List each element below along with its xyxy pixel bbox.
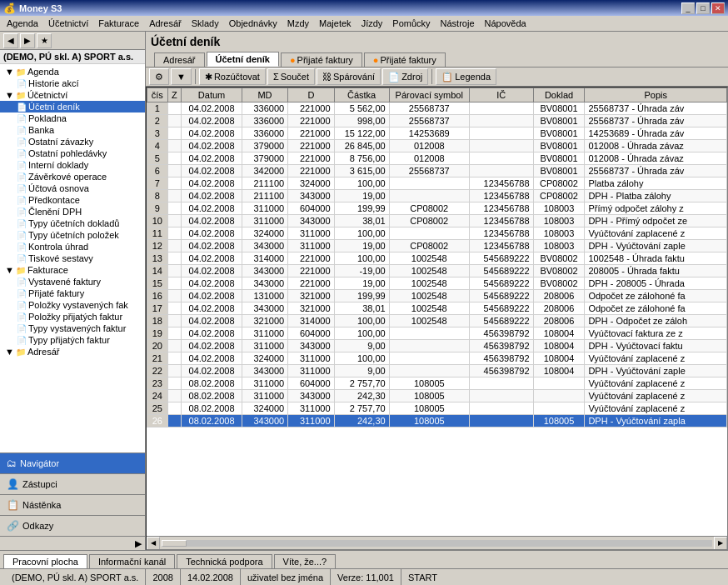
tree-item-typy-uct-dokladu[interactable]: 📄 Typy účetních dokladů [0,218,145,229]
table-cell: DPH - Odpočet ze záloh [585,315,727,328]
horizontal-scrollbar[interactable]: ◀ ▶ [147,536,727,549]
table-row[interactable]: 1004.02.200831100034300038,01CP080021234… [147,215,727,228]
table-row[interactable]: 2004.02.20083110003430009,00456398792108… [147,340,727,352]
menu-item-adres[interactable]: Adresář [144,18,187,29]
table-row[interactable]: 1404.02.2008343000221000-19,001002548545… [147,265,727,278]
table-cell: Vyúčtování zaplacené z [585,228,727,240]
table-row[interactable]: 2204.02.20083430003110009,00456398792108… [147,365,727,378]
tree-item-adresar[interactable]: ▼ 📁 Adresář [0,346,145,358]
tree-item-zaverk-operace[interactable]: 📄 Závěrkové operace [0,171,145,182]
tree-item-cleneni-dph[interactable]: 📄 Členění DPH [0,206,145,218]
tree-item-typy-vystf[interactable]: 📄 Typy vystavených faktur [0,322,145,334]
sidebar-btn-1[interactable]: ◀ [3,33,18,48]
table-cell [533,390,585,402]
tree-item-polozky-prijf[interactable]: 📄 Položky přijatých faktur [0,311,145,322]
table-row[interactable]: 2608.02.2008343000311000242,301080051080… [147,415,727,428]
table-row[interactable]: 2104.02.2008324000311000100,004563987921… [147,352,727,365]
tab-prijate-faktury2[interactable]: ●Přijaté faktury [364,52,446,67]
tree-item-predkontace[interactable]: 📄 Předkontace [0,194,145,206]
menu-item-agenda[interactable]: Agenda [2,18,43,29]
table-row[interactable]: 704.02.2008211100324000100,00123456788CP… [147,178,727,190]
menu-item-mzdy[interactable]: Mzdy [282,18,314,29]
menu-item-majetek[interactable]: Majetek [314,18,357,29]
table-row[interactable]: 2308.02.20083110006040002 757,70108005Vy… [147,378,727,390]
tree-item-fakturace[interactable]: ▼ 📁 Fakturace [0,264,145,276]
table-row[interactable]: 2508.02.20083240003110002 757,70108005Vy… [147,402,727,415]
tree-item-kontrola-uhrad[interactable]: 📄 Kontrola úhrad [0,241,145,252]
table-row[interactable]: 1304.02.2008314000221000100,001002548545… [147,252,727,265]
tree-item-ostatni-pohledavky[interactable]: 📄 Ostatní pohledávky [0,148,145,159]
tab-prijate-faktury1[interactable]: ●Přijaté faktury [281,52,362,67]
menu-item-fakturace[interactable]: Fakturace [93,18,144,29]
nav-btn-odkazy[interactable]: 🔗Odkazy [0,516,145,537]
tab-adresar[interactable]: Adresář [154,52,205,67]
table-row[interactable]: 1604.02.2008131000321000199,991002548545… [147,290,727,302]
tree-item-ostatni-zavazky[interactable]: 📄 Ostatní závazky [0,136,145,148]
tree-item-uctova-osnova[interactable]: 📄 Účtová osnova [0,182,145,194]
title-bar: 💰 Money S3 _ □ ✕ [0,0,728,16]
table-row[interactable]: 1704.02.200834300032100038,0110025485456… [147,302,727,315]
bottom-tab-pracovni[interactable]: Pracovní plocha [3,554,87,568]
sidebar-btn-2[interactable]: ▶ [20,33,35,48]
soucet-button[interactable]: Σ Součet [267,68,315,85]
table-row[interactable]: 604.02.20083420002210003 615,0025568737B… [147,165,727,178]
scroll-left-btn[interactable]: ◀ [147,537,160,550]
zdroj-button[interactable]: 📄 Zdroj [382,68,428,85]
nav-btn-zastupci[interactable]: 👤Zástupci [0,474,145,495]
sparovani-button[interactable]: ⛓ Spárování [317,68,381,85]
tree-item-interni-doklady[interactable]: 📄 Interní doklady [0,159,145,171]
tree-item-polozky-vystavf[interactable]: 📄 Položky vystavených fak [0,299,145,311]
tree-item-ucetnictvi[interactable]: ▼ 📁 Účetnictví [0,89,145,101]
data-table-wrapper[interactable]: čís Z Datum MD D Částka Párovací symbol … [147,88,727,536]
scroll-right-btn[interactable]: ▶ [714,537,727,550]
table-row[interactable]: 1804.02.2008321000314000100,001002548545… [147,315,727,328]
minimize-button[interactable]: _ [681,2,695,14]
tree-item-historie[interactable]: 📄 Historie akcí [0,78,145,89]
tree-item-pokladna[interactable]: 📄 Pokladna [0,112,145,124]
tree-item-typy-uct-polozek[interactable]: 📄 Typy účetních položek [0,229,145,241]
tree-item-typy-prijf[interactable]: 📄 Typy přijatých faktur [0,334,145,346]
nav-btn-navigator[interactable]: 🗂Navigátor [0,453,145,474]
table-row[interactable]: 404.02.200837900022100026 845,00012008BV… [147,140,727,152]
table-cell: 9,00 [334,340,389,352]
menu-item-npovda[interactable]: Nápověda [480,18,531,29]
tree-item-ucetni-denik[interactable]: 📄 Účetní deník [0,101,145,112]
bottom-tab-info[interactable]: Informační kanál [89,554,175,568]
table-row[interactable]: 2408.02.2008311000343000242,30108005Vyúč… [147,390,727,402]
table-row[interactable]: 1504.02.200834300022100019,0010025485456… [147,278,727,290]
maximize-button[interactable]: □ [696,2,710,14]
sidebar-btn-3[interactable]: ★ [37,33,52,48]
table-row[interactable]: 1204.02.200834300031100019,00CP080021234… [147,240,727,252]
table-row[interactable]: 1104.02.2008324000311000100,001234567881… [147,228,727,240]
table-row[interactable]: 504.02.20083790002210008 756,00012008BV0… [147,152,727,165]
sort-button[interactable]: ▼ [171,68,192,85]
nav-btn-nastenska[interactable]: 📋Nástěnka [0,495,145,516]
tree-item-vystavene-faktury[interactable]: 📄 Vystavené faktury [0,276,145,288]
tree-item-agenda[interactable]: ▼ 📁 Agenda [0,66,145,78]
tree-item-banka[interactable]: 📄 Banka [0,124,145,136]
close-button[interactable]: ✕ [711,2,725,14]
menu-item-pomcky[interactable]: Pomůcky [387,18,435,29]
menu-item-nstroje[interactable]: Nástroje [436,18,480,29]
table-row[interactable]: 804.02.200821110034300019,00123456788CP0… [147,190,727,202]
tab-ucetni-denik[interactable]: Účetní deník [207,52,279,67]
table-row[interactable]: 904.02.2008311000604000199,99CP080021234… [147,202,727,215]
legenda-button[interactable]: 📋 Legenda [436,68,496,85]
scroll-thumb[interactable] [162,540,187,547]
bottom-tab-techpodpora[interactable]: Technická podpora [177,554,272,568]
table-cell: 20 [147,340,168,352]
filter-button[interactable]: ⚙ [149,68,169,85]
menu-item-etnictv[interactable]: Účetnictví [43,18,93,29]
tree-item-prijate-faktury[interactable]: 📄 Přijaté faktury [0,288,145,299]
menu-item-sklady[interactable]: Sklady [187,18,224,29]
table-row[interactable]: 1904.02.2008311000604000100,004563987921… [147,328,727,340]
tree-item-tiskove-sestavy[interactable]: 📄 Tiskové sestavy [0,252,145,264]
bottom-tab-vite[interactable]: Víte, že...? [274,554,337,568]
menu-item-jzdy[interactable]: Jízdy [357,18,388,29]
menu-item-objednvky[interactable]: Objednávky [224,18,282,29]
scroll-track[interactable] [162,540,712,547]
table-row[interactable]: 304.02.200833600022100015 122,0014253689… [147,128,727,140]
rozuctovat-button[interactable]: ✱ Rozúčtovat [199,68,266,85]
table-row[interactable]: 204.02.2008336000221000998,0025568737BV0… [147,115,727,128]
table-row[interactable]: 104.02.20083360002210005 562,0025568737B… [147,102,727,115]
